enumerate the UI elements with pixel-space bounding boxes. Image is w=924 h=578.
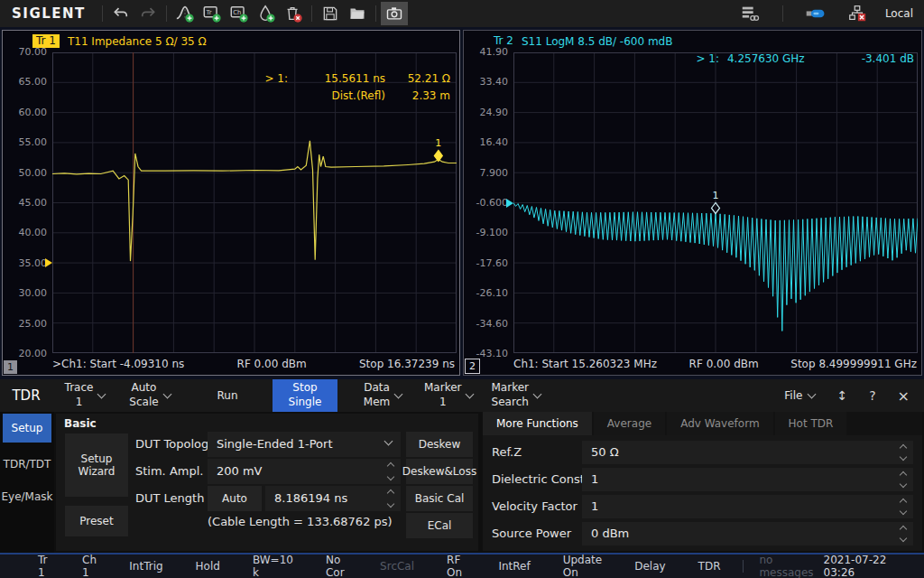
usb-status-button[interactable] xyxy=(802,2,829,25)
tab-hot-tdr[interactable]: Hot TDR xyxy=(775,412,847,435)
y-axis-label: 70.00 xyxy=(19,46,48,58)
graph-area: Tr 1 T11 Impedance 5 Ω/ 35 Ω 70.0065.006… xyxy=(0,27,924,379)
y-axis-label: 16.40 xyxy=(480,136,509,148)
dielectric-const-label: Dielectric Const. xyxy=(492,468,588,491)
channel-start-label: >Ch1: Start -4.09310 ns xyxy=(52,358,184,370)
add-trace-button[interactable] xyxy=(171,2,199,25)
more-functions-fields: Ref.Z 50 Ω Dielectric Const. 1 Velocity … xyxy=(483,435,922,551)
undo-button[interactable] xyxy=(107,2,134,25)
file-menu[interactable]: File xyxy=(784,389,815,402)
spinner[interactable] xyxy=(901,472,906,487)
close-button[interactable]: × xyxy=(898,387,910,405)
trace2-title: S11 LogM 8.5 dB/ -600 mdB xyxy=(522,35,673,48)
spinner[interactable] xyxy=(901,499,906,514)
dielectric-const-input[interactable]: 1 xyxy=(582,468,913,491)
stop-single-button[interactable]: StopSingle xyxy=(273,379,337,412)
trace-window-2[interactable]: Tr 2 S11 LogM 8.5 dB/ -600 mdB 41.9033.4… xyxy=(463,30,922,376)
source-power-input[interactable]: 0 dBm xyxy=(582,522,913,545)
toolbar-divider xyxy=(311,5,312,22)
chevron-up-icon xyxy=(387,489,394,497)
help-button[interactable]: ? xyxy=(869,388,875,403)
setup-wizard-button[interactable]: Setup Wizard xyxy=(65,434,128,497)
status-items: Tr 1Ch 1IntTrigHoldBW=10 kNo CorSrcCalRF… xyxy=(0,554,721,578)
ecal-button[interactable]: ECal xyxy=(406,513,473,538)
menu-title: TDR xyxy=(0,379,52,412)
delete-icon xyxy=(283,4,303,23)
open-file-button[interactable] xyxy=(344,2,371,25)
deskew-button[interactable]: Deskew xyxy=(406,432,473,457)
chevron-down-icon xyxy=(466,389,475,398)
dut-topology-label: DUT Topology xyxy=(135,432,216,457)
tab-more-functions[interactable]: More Functions xyxy=(483,412,592,435)
tab-adv-waveform[interactable]: Adv Waveform xyxy=(667,412,772,435)
camera-icon xyxy=(385,5,403,23)
add-channel-button[interactable]: Ch xyxy=(226,2,253,25)
cable-length-label: (Cable Length = 133.68762 ps) xyxy=(208,515,393,528)
channel-stop-label: Stop 16.37239 ns xyxy=(359,358,455,370)
menu-trace[interactable]: Trace1 xyxy=(52,379,117,412)
status-item: Ch 1 xyxy=(82,554,97,578)
expand-collapse-button[interactable]: ↕ xyxy=(836,388,847,403)
velocity-factor-input[interactable]: 1 xyxy=(582,495,913,518)
dut-length-input[interactable]: 8.186194 ns xyxy=(265,486,401,511)
ref-z-input[interactable]: 50 Ω xyxy=(582,441,913,464)
spinner[interactable] xyxy=(901,445,906,460)
y-axis-label: 33.40 xyxy=(480,76,509,88)
redo-icon xyxy=(139,5,157,23)
marker-x-value: 15.5611 ns xyxy=(288,72,385,85)
brand-logo: SIGLENT xyxy=(0,5,97,22)
spinner[interactable] xyxy=(388,490,393,507)
y-axis-label: -9.100 xyxy=(476,227,508,238)
stim-ampl-input[interactable]: 200 mV xyxy=(208,459,401,484)
delete-button[interactable] xyxy=(280,2,307,25)
add-marker-button[interactable] xyxy=(253,2,280,25)
basic-cal-button[interactable]: Basic Cal xyxy=(406,486,473,511)
deskew-loss-button[interactable]: Deskew&Loss xyxy=(406,459,473,484)
system-setup-button[interactable] xyxy=(736,2,763,25)
menu-marker-search[interactable]: MarkerSearch xyxy=(482,379,549,412)
preset-button[interactable]: Preset xyxy=(65,506,128,536)
chevron-down-icon xyxy=(808,389,817,398)
save-button[interactable] xyxy=(317,2,344,25)
run-button[interactable]: Run xyxy=(195,379,260,412)
tab-average[interactable]: Average xyxy=(594,412,665,435)
tdr-menubar: TDR Trace1 AutoScale Run StopSingle Data… xyxy=(0,379,924,412)
spinner[interactable] xyxy=(901,527,906,541)
trace2-header: Tr 2 S11 LogM 8.5 dB/ -600 mdB xyxy=(494,34,672,48)
trace-window-1[interactable]: Tr 1 T11 Impedance 5 Ω/ 35 Ω 70.0065.006… xyxy=(2,30,460,376)
window1-number-badge[interactable]: 1 xyxy=(4,360,17,374)
sidebar-tab-tdr-tdt[interactable]: TDR/TDT xyxy=(3,450,51,479)
chevron-down-icon xyxy=(900,535,907,542)
marker-y-value: -3.401 dB xyxy=(862,52,914,65)
chevron-down-icon xyxy=(387,500,394,508)
sidebar-tab-setup[interactable]: Setup xyxy=(3,414,51,443)
window2-number-badge[interactable]: 2 xyxy=(465,359,480,374)
velocity-factor-label: Velocity Factor xyxy=(492,495,578,518)
lan-error-icon xyxy=(847,4,867,23)
chevron-down-icon xyxy=(533,389,542,398)
spinner[interactable] xyxy=(388,463,393,480)
tr-add-icon: Tr xyxy=(202,4,222,23)
trace2-plot[interactable]: 1 xyxy=(513,52,918,353)
svg-text:1: 1 xyxy=(713,190,719,201)
dut-topology-select[interactable]: Single-Ended 1-Port xyxy=(208,432,401,457)
trace2-reference-marker xyxy=(506,199,513,208)
status-item: No Cor xyxy=(326,554,347,578)
y-axis-label: 35.00 xyxy=(19,257,48,269)
sidebar-tab-eye-mask[interactable]: Eye/Mask xyxy=(3,482,51,511)
lan-status-button[interactable] xyxy=(844,2,871,25)
menu-data-mem[interactable]: DataMem xyxy=(350,379,415,412)
screenshot-button[interactable] xyxy=(381,2,408,25)
status-datetime: 2021-07-22 03:26 xyxy=(824,554,924,578)
basic-group: Basic Setup Wizard Preset DUT Topology S… xyxy=(56,414,478,551)
add-trace-window-button[interactable]: Tr xyxy=(199,2,226,25)
menu-marker[interactable]: Marker1 xyxy=(415,379,482,412)
trace1-marker-readout: > 1: 15.5611 ns 52.21 Ω Dist.(Refl) 2.33… xyxy=(264,72,450,102)
redo-button[interactable] xyxy=(134,2,162,25)
chevron-down-icon xyxy=(384,437,393,446)
dut-length-auto-button[interactable]: Auto xyxy=(208,486,262,511)
y-axis-label: 30.00 xyxy=(19,287,48,299)
chevron-up-icon xyxy=(900,444,907,452)
status-item: Update On xyxy=(563,554,602,578)
menu-auto-scale[interactable]: AutoScale xyxy=(117,379,182,412)
